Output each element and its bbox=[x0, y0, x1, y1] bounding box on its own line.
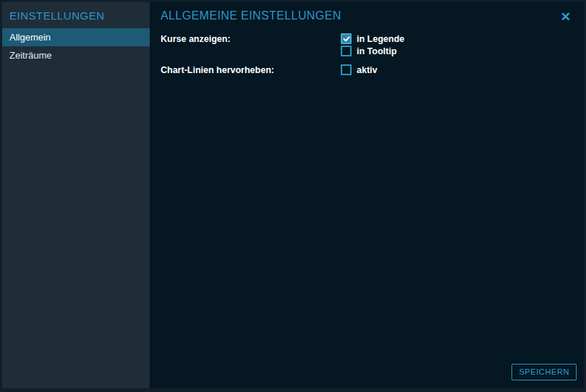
setting-row-chart-linien: Chart-Linien hervorheben: aktiv bbox=[150, 64, 584, 77]
checkbox-label-in-legende: in Legende bbox=[357, 34, 404, 44]
options-group: aktiv bbox=[341, 64, 378, 77]
main-panel: ALLGEMEINE EINSTELLUNGEN ✕ Kurse anzeige… bbox=[150, 2, 584, 388]
checkbox-label-in-tooltip: in Tooltip bbox=[357, 46, 396, 56]
checkbox-label-aktiv: aktiv bbox=[357, 65, 378, 75]
options-group: in Legende in Tooltip bbox=[341, 33, 404, 58]
option-in-tooltip[interactable]: in Tooltip bbox=[341, 46, 404, 56]
close-icon[interactable]: ✕ bbox=[559, 9, 573, 25]
checkbox-in-legende[interactable] bbox=[341, 33, 352, 44]
sidebar-item-zeitraeume[interactable]: Zeiträume bbox=[2, 46, 150, 64]
sidebar-item-allgemein[interactable]: Allgemein bbox=[2, 28, 150, 46]
settings-form: Kurse anzeigen: in Legende bbox=[150, 33, 584, 77]
checkbox-aktiv[interactable] bbox=[341, 64, 352, 75]
setting-label-chart-linien: Chart-Linien hervorheben: bbox=[150, 64, 341, 76]
sidebar-title: EINSTELLUNGEN bbox=[2, 2, 150, 28]
setting-row-kurse-anzeigen: Kurse anzeigen: in Legende bbox=[150, 33, 584, 58]
sidebar-nav: Allgemein Zeiträume bbox=[2, 28, 150, 64]
option-aktiv[interactable]: aktiv bbox=[341, 64, 378, 75]
setting-label-kurse-anzeigen: Kurse anzeigen: bbox=[150, 33, 341, 45]
settings-dialog: EINSTELLUNGEN Allgemein Zeiträume ALLGEM… bbox=[0, 0, 586, 392]
option-in-legende[interactable]: in Legende bbox=[341, 33, 404, 44]
checkbox-in-tooltip[interactable] bbox=[341, 46, 352, 56]
sidebar: EINSTELLUNGEN Allgemein Zeiträume bbox=[2, 2, 150, 388]
save-button[interactable]: SPEICHERN bbox=[511, 364, 577, 380]
panel-header: ALLGEMEINE EINSTELLUNGEN ✕ bbox=[150, 2, 584, 25]
page-title: ALLGEMEINE EINSTELLUNGEN bbox=[161, 9, 341, 22]
check-icon bbox=[343, 36, 350, 42]
